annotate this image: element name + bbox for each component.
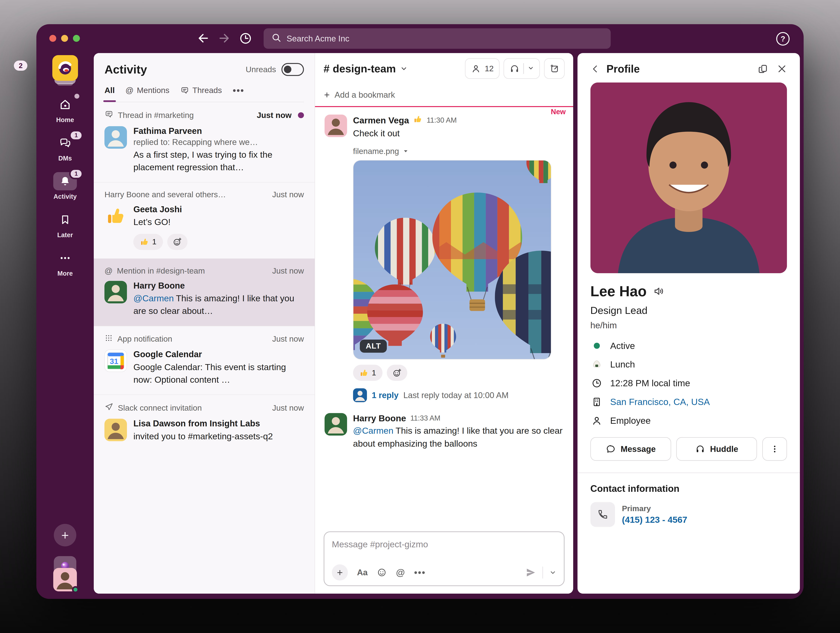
more-actions-button[interactable]: ••• — [414, 567, 426, 578]
at-icon: @ — [125, 86, 134, 95]
avatar[interactable] — [325, 115, 347, 137]
message-timestamp[interactable]: 11:33 AM — [411, 414, 441, 422]
phone-number-link[interactable]: (415) 123 - 4567 — [622, 515, 687, 525]
onigiri-icon — [591, 359, 603, 370]
home-notification-dot — [74, 94, 79, 99]
page-title: Activity — [104, 63, 147, 76]
thumbs-up-icon — [104, 205, 127, 227]
sidebar-item-dms[interactable]: 1 DMs — [36, 134, 94, 162]
activity-item-reaction[interactable]: Harry Boone and several others… Just now… — [94, 182, 315, 259]
file-attachment-header[interactable]: filename.png — [353, 147, 564, 156]
attached-image[interactable]: ALT — [353, 160, 551, 360]
workspace-switcher[interactable] — [52, 55, 78, 85]
tab-mentions[interactable]: @Mentions — [125, 86, 169, 101]
status-row: Lunch — [591, 359, 787, 370]
workspace-unread-badge: 2 — [14, 60, 27, 71]
activity-item-invitation[interactable]: Slack connect invitation Just now Lisa D… — [94, 395, 315, 451]
paper-plane-icon — [104, 403, 114, 414]
message-author[interactable]: Carmen Vega — [353, 115, 409, 125]
traffic-lights — [49, 35, 80, 42]
sidebar-item-more[interactable]: More — [36, 249, 94, 277]
more-options-button[interactable] — [763, 437, 787, 461]
tab-more[interactable]: ••• — [233, 85, 245, 102]
hash-icon: # — [324, 62, 330, 75]
avatar — [104, 419, 127, 441]
reaction-pill[interactable]: 1 — [133, 234, 163, 250]
sidebar-item-activity[interactable]: 1 Activity — [36, 172, 94, 200]
formatting-button[interactable]: Aa — [357, 568, 368, 577]
message-composer[interactable]: + Aa @ ••• — [324, 531, 565, 586]
activity-item-app[interactable]: App notification Just now Google Calenda… — [94, 326, 315, 395]
search-input[interactable] — [287, 34, 603, 43]
close-icon[interactable] — [777, 64, 787, 74]
balloons-image — [354, 161, 551, 359]
close-window-button[interactable] — [49, 35, 56, 42]
avatar — [104, 281, 127, 303]
person-icon — [591, 415, 603, 426]
apps-grid-icon — [104, 334, 113, 344]
zoom-window-button[interactable] — [73, 35, 80, 42]
reaction-pill[interactable]: 1 — [353, 365, 382, 381]
help-icon[interactable]: ? — [776, 32, 789, 45]
location-link[interactable]: San Francisco, CA, USA — [610, 396, 710, 407]
back-chevron-icon[interactable] — [591, 64, 600, 74]
emoji-button[interactable] — [377, 567, 387, 578]
presence-dot — [594, 343, 600, 349]
main-sheet: Activity Unreads All @Mentions Threads •… — [94, 53, 573, 594]
activity-item-mention[interactable]: @ Mention in #design-team Just now Harry… — [94, 259, 315, 326]
sidebar-item-home[interactable]: Home — [36, 95, 94, 123]
thumbs-up-icon — [413, 115, 422, 126]
minimize-window-button[interactable] — [61, 35, 68, 42]
create-new-button[interactable]: + — [54, 524, 76, 546]
history-clock-icon[interactable] — [239, 32, 252, 45]
activity-item-thread[interactable]: Thread in #marketing Just now Fathima Pa… — [94, 102, 315, 182]
add-reaction-button[interactable] — [167, 234, 188, 250]
page-title: Profile — [606, 63, 640, 75]
message-list: Carmen Vega 11:30 AM Check it out filena… — [315, 107, 573, 525]
user-mention[interactable]: @Carmen — [353, 426, 393, 436]
speaker-icon[interactable] — [653, 286, 665, 297]
sidebar-item-later[interactable]: Later — [36, 211, 94, 239]
avatar[interactable] — [325, 413, 347, 436]
unreads-toggle[interactable] — [281, 63, 304, 76]
huddle-profile-button[interactable]: Huddle — [676, 437, 757, 461]
new-canvas-button[interactable] — [544, 58, 565, 79]
attach-plus-button[interactable]: + — [332, 564, 348, 581]
profile-photo[interactable] — [591, 82, 787, 273]
add-bookmark-button[interactable]: + Add a bookmark — [315, 84, 573, 106]
search-icon — [271, 32, 281, 45]
new-messages-divider: New — [315, 106, 573, 107]
tab-all[interactable]: All — [104, 86, 115, 101]
channel-title[interactable]: # design-team — [324, 62, 407, 75]
alt-badge[interactable]: ALT — [360, 339, 387, 353]
employment-row: Employee — [591, 415, 787, 426]
huddle-button[interactable] — [504, 58, 540, 79]
send-button[interactable] — [525, 567, 536, 578]
add-reaction-button[interactable] — [387, 365, 407, 381]
forward-icon[interactable] — [218, 32, 231, 44]
thread-icon — [104, 110, 114, 121]
desktop-background: ? 2 — [0, 0, 840, 633]
search-bar[interactable] — [264, 28, 611, 49]
activity-list: Thread in #marketing Just now Fathima Pa… — [94, 102, 315, 594]
profile-role: Design Lead — [591, 305, 787, 316]
message-timestamp[interactable]: 11:30 AM — [427, 116, 457, 124]
divider — [578, 472, 800, 473]
channel-header: # design-team 12 — [315, 53, 573, 84]
send-options-chevron[interactable] — [549, 569, 556, 576]
huddle-chevron-icon[interactable] — [527, 64, 534, 73]
building-icon — [591, 396, 603, 407]
profile-pronouns: he/him — [591, 320, 787, 330]
phone-row: Primary (415) 123 - 4567 — [591, 502, 787, 527]
message-input[interactable] — [332, 539, 556, 549]
unreads-label: Unreads — [246, 65, 276, 74]
message-button[interactable]: Message — [591, 437, 671, 461]
channel-members-button[interactable]: 12 — [465, 58, 499, 79]
back-icon[interactable] — [197, 32, 210, 44]
thread-reply-bar[interactable]: 1 reply Last reply today at 10:00 AM — [353, 388, 564, 402]
message-author[interactable]: Harry Boone — [353, 413, 406, 423]
open-in-window-icon[interactable] — [758, 63, 768, 74]
sidebar-item-label: More — [57, 270, 73, 277]
tab-threads[interactable]: Threads — [180, 86, 222, 101]
mention-button[interactable]: @ — [396, 567, 405, 578]
